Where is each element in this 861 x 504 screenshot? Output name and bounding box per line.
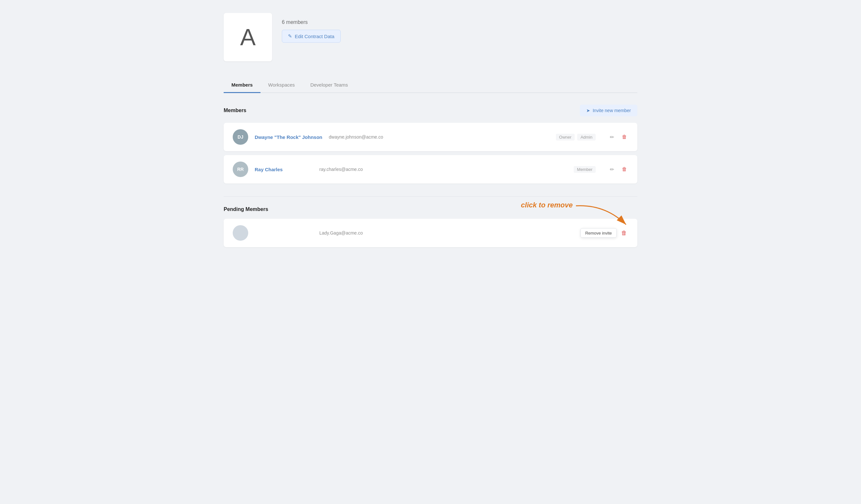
org-meta: 6 members ✎ Edit Contract Data	[282, 13, 341, 43]
pending-section-title: Pending Members	[224, 207, 268, 212]
send-icon: ➤	[586, 108, 590, 113]
member-actions-dj: ✏ 🗑	[609, 133, 628, 141]
tabs-bar: Members Workspaces Developer Teams	[224, 78, 637, 93]
pending-section-header: Pending Members	[224, 207, 637, 212]
pencil-icon: ✎	[288, 33, 292, 39]
avatar-lg	[233, 225, 248, 241]
role-admin: Admin	[577, 134, 596, 141]
delete-member-dj-button[interactable]: 🗑	[620, 133, 628, 141]
avatar-dj: DJ	[233, 129, 248, 145]
member-email-rr: ray.charles@acme.co	[319, 167, 567, 172]
tab-workspaces[interactable]: Workspaces	[260, 78, 302, 93]
org-header: A 6 members ✎ Edit Contract Data	[224, 13, 637, 61]
role-owner: Owner	[556, 134, 575, 141]
pending-members-section: Pending Members click to remove Lady.Gag…	[224, 207, 637, 247]
member-actions-rr: ✏ 🗑	[609, 165, 628, 174]
org-logo: A	[224, 13, 272, 61]
tab-members[interactable]: Members	[224, 78, 260, 93]
remove-invite-tooltip: Remove invite	[580, 228, 617, 238]
member-name-rr: Ray Charles	[255, 167, 313, 172]
member-email-lg: Lady.Gaga@acme.co	[319, 230, 578, 236]
remove-invite-button[interactable]: 🗑	[620, 228, 628, 238]
section-divider	[224, 196, 637, 197]
edit-member-dj-button[interactable]: ✏	[609, 133, 615, 141]
member-actions-lg: Remove invite 🗑	[620, 228, 628, 238]
member-name-dj: Dwayne "The Rock" Johnson	[255, 135, 322, 140]
member-email-dj: dwayne.johnson@acme.co	[329, 135, 549, 140]
members-count: 6 members	[282, 19, 341, 25]
member-roles-dj: Owner Admin	[556, 134, 596, 141]
role-member-rr: Member	[574, 166, 596, 173]
members-section-title: Members	[224, 108, 246, 113]
delete-member-rr-button[interactable]: 🗑	[620, 165, 628, 173]
member-card-rr: RR Ray Charles ray.charles@acme.co Membe…	[224, 155, 637, 183]
edit-contract-button[interactable]: ✎ Edit Contract Data	[282, 30, 341, 43]
avatar-rr: RR	[233, 162, 248, 177]
annotation-text: click to remove	[521, 201, 573, 209]
invite-new-member-button[interactable]: ➤ Invite new member	[580, 105, 637, 116]
member-roles-rr: Member	[574, 166, 596, 173]
members-section: Members ➤ Invite new member DJ Dwayne "T…	[224, 105, 637, 183]
tab-developer-teams[interactable]: Developer Teams	[302, 78, 356, 93]
member-card-dj: DJ Dwayne "The Rock" Johnson dwayne.john…	[224, 123, 637, 151]
members-section-header: Members ➤ Invite new member	[224, 105, 637, 116]
pending-member-card-lg: click to remove Lady.Gaga@acme.co Member…	[224, 219, 637, 247]
edit-member-rr-button[interactable]: ✏	[609, 165, 615, 174]
